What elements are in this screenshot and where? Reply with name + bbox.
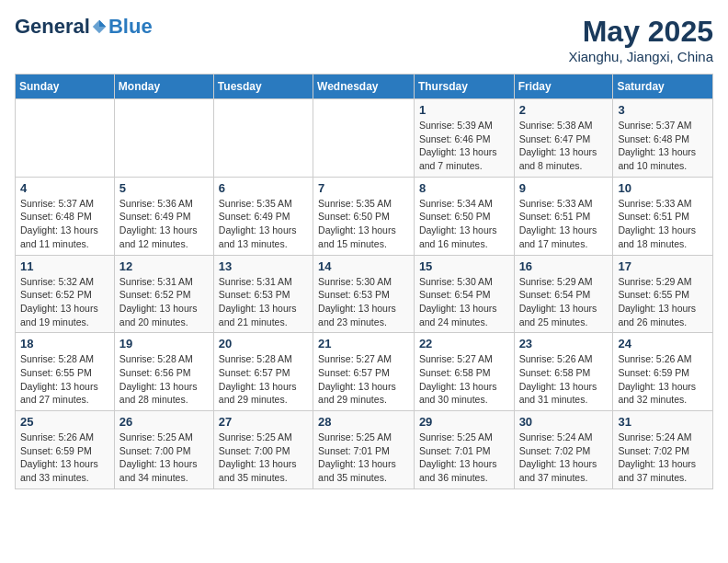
day-detail: Sunrise: 5:36 AM Sunset: 6:49 PM Dayligh…: [119, 198, 198, 249]
logo-general: General: [15, 15, 90, 39]
calendar-cell: 8Sunrise: 5:34 AM Sunset: 6:50 PM Daylig…: [414, 177, 514, 255]
calendar-cell: 31Sunrise: 5:24 AM Sunset: 7:02 PM Dayli…: [613, 411, 713, 489]
day-number: 4: [20, 181, 109, 195]
day-number: 30: [519, 415, 609, 429]
day-detail: Sunrise: 5:35 AM Sunset: 6:50 PM Dayligh…: [318, 198, 396, 249]
calendar-cell: 20Sunrise: 5:28 AM Sunset: 6:57 PM Dayli…: [213, 333, 313, 411]
day-number: 19: [119, 337, 209, 350]
day-number: 2: [519, 103, 609, 117]
day-number: 1: [419, 103, 509, 117]
day-detail: Sunrise: 5:30 AM Sunset: 6:53 PM Dayligh…: [318, 276, 396, 327]
calendar-cell: 21Sunrise: 5:27 AM Sunset: 6:57 PM Dayli…: [313, 333, 415, 411]
day-number: 23: [519, 337, 609, 350]
day-number: 18: [20, 337, 109, 350]
day-number: 3: [618, 103, 708, 117]
day-number: 15: [419, 259, 509, 273]
calendar-cell: 3Sunrise: 5:37 AM Sunset: 6:48 PM Daylig…: [613, 99, 713, 178]
calendar-week-row: 18Sunrise: 5:28 AM Sunset: 6:55 PM Dayli…: [16, 333, 713, 411]
day-detail: Sunrise: 5:37 AM Sunset: 6:48 PM Dayligh…: [618, 120, 696, 171]
day-number: 22: [419, 337, 509, 350]
day-detail: Sunrise: 5:25 AM Sunset: 7:01 PM Dayligh…: [318, 431, 396, 483]
day-detail: Sunrise: 5:28 AM Sunset: 6:57 PM Dayligh…: [219, 353, 297, 405]
day-number: 25: [20, 415, 109, 429]
calendar-cell: 24Sunrise: 5:26 AM Sunset: 6:59 PM Dayli…: [613, 333, 713, 411]
day-number: 8: [419, 181, 509, 195]
day-number: 17: [618, 259, 708, 273]
calendar-cell: 4Sunrise: 5:37 AM Sunset: 6:48 PM Daylig…: [16, 177, 115, 255]
logo-icon: [91, 18, 108, 35]
day-detail: Sunrise: 5:25 AM Sunset: 7:01 PM Dayligh…: [419, 431, 497, 483]
day-header-wednesday: Wednesday: [313, 75, 415, 99]
calendar-cell: 2Sunrise: 5:38 AM Sunset: 6:47 PM Daylig…: [514, 99, 613, 178]
day-number: 16: [519, 259, 609, 273]
calendar-cell: 7Sunrise: 5:35 AM Sunset: 6:50 PM Daylig…: [313, 177, 415, 255]
day-detail: Sunrise: 5:35 AM Sunset: 6:49 PM Dayligh…: [219, 198, 297, 249]
day-detail: Sunrise: 5:26 AM Sunset: 6:58 PM Dayligh…: [519, 353, 597, 405]
day-number: 26: [119, 415, 209, 429]
calendar-cell: 16Sunrise: 5:29 AM Sunset: 6:54 PM Dayli…: [514, 255, 613, 333]
day-number: 24: [618, 337, 708, 350]
day-detail: Sunrise: 5:27 AM Sunset: 6:57 PM Dayligh…: [318, 353, 396, 405]
day-detail: Sunrise: 5:34 AM Sunset: 6:50 PM Dayligh…: [419, 198, 497, 249]
calendar-cell: [114, 99, 213, 178]
calendar-cell: 29Sunrise: 5:25 AM Sunset: 7:01 PM Dayli…: [414, 411, 514, 489]
calendar-cell: 14Sunrise: 5:30 AM Sunset: 6:53 PM Dayli…: [313, 255, 415, 333]
day-header-saturday: Saturday: [613, 75, 713, 99]
day-detail: Sunrise: 5:30 AM Sunset: 6:54 PM Dayligh…: [419, 276, 497, 327]
calendar-week-row: 1Sunrise: 5:39 AM Sunset: 6:46 PM Daylig…: [16, 99, 713, 178]
day-detail: Sunrise: 5:25 AM Sunset: 7:00 PM Dayligh…: [219, 431, 297, 483]
calendar-cell: 26Sunrise: 5:25 AM Sunset: 7:00 PM Dayli…: [114, 411, 213, 489]
day-number: 10: [618, 181, 708, 195]
calendar-cell: 28Sunrise: 5:25 AM Sunset: 7:01 PM Dayli…: [313, 411, 415, 489]
calendar-cell: [313, 99, 415, 178]
day-number: 28: [318, 415, 409, 429]
calendar-cell: 5Sunrise: 5:36 AM Sunset: 6:49 PM Daylig…: [114, 177, 213, 255]
day-detail: Sunrise: 5:31 AM Sunset: 6:52 PM Dayligh…: [119, 276, 198, 327]
day-detail: Sunrise: 5:37 AM Sunset: 6:48 PM Dayligh…: [20, 198, 98, 249]
day-number: 31: [618, 415, 708, 429]
day-detail: Sunrise: 5:39 AM Sunset: 6:46 PM Dayligh…: [419, 120, 497, 171]
day-header-monday: Monday: [114, 75, 213, 99]
day-detail: Sunrise: 5:27 AM Sunset: 6:58 PM Dayligh…: [419, 353, 497, 405]
calendar-cell: 1Sunrise: 5:39 AM Sunset: 6:46 PM Daylig…: [414, 99, 514, 178]
calendar-cell: 17Sunrise: 5:29 AM Sunset: 6:55 PM Dayli…: [613, 255, 713, 333]
day-number: 7: [318, 181, 409, 195]
calendar-week-row: 4Sunrise: 5:37 AM Sunset: 6:48 PM Daylig…: [16, 177, 713, 255]
calendar-header-row: SundayMondayTuesdayWednesdayThursdayFrid…: [16, 75, 713, 99]
day-detail: Sunrise: 5:33 AM Sunset: 6:51 PM Dayligh…: [618, 198, 696, 249]
day-detail: Sunrise: 5:31 AM Sunset: 6:53 PM Dayligh…: [219, 276, 297, 327]
calendar-cell: 15Sunrise: 5:30 AM Sunset: 6:54 PM Dayli…: [414, 255, 514, 333]
day-detail: Sunrise: 5:24 AM Sunset: 7:02 PM Dayligh…: [519, 431, 597, 483]
calendar-cell: 11Sunrise: 5:32 AM Sunset: 6:52 PM Dayli…: [16, 255, 115, 333]
calendar-cell: 18Sunrise: 5:28 AM Sunset: 6:55 PM Dayli…: [16, 333, 115, 411]
day-detail: Sunrise: 5:29 AM Sunset: 6:54 PM Dayligh…: [519, 276, 597, 327]
day-header-tuesday: Tuesday: [213, 75, 313, 99]
day-header-sunday: Sunday: [16, 75, 115, 99]
logo: General Blue: [15, 15, 153, 39]
calendar-cell: 23Sunrise: 5:26 AM Sunset: 6:58 PM Dayli…: [514, 333, 613, 411]
day-number: 21: [318, 337, 409, 350]
day-detail: Sunrise: 5:28 AM Sunset: 6:55 PM Dayligh…: [20, 353, 98, 405]
calendar-cell: 30Sunrise: 5:24 AM Sunset: 7:02 PM Dayli…: [514, 411, 613, 489]
logo-blue: Blue: [108, 15, 153, 39]
day-number: 27: [219, 415, 308, 429]
calendar-table: SundayMondayTuesdayWednesdayThursdayFrid…: [15, 74, 713, 489]
location-subtitle: Xianghu, Jiangxi, China: [568, 49, 713, 64]
day-number: 6: [219, 181, 308, 195]
day-header-friday: Friday: [514, 75, 613, 99]
day-detail: Sunrise: 5:26 AM Sunset: 6:59 PM Dayligh…: [618, 353, 696, 405]
day-number: 13: [219, 259, 308, 273]
day-number: 20: [219, 337, 308, 350]
calendar-week-row: 11Sunrise: 5:32 AM Sunset: 6:52 PM Dayli…: [16, 255, 713, 333]
day-number: 14: [318, 259, 409, 273]
day-number: 11: [20, 259, 109, 273]
calendar-cell: 13Sunrise: 5:31 AM Sunset: 6:53 PM Dayli…: [213, 255, 313, 333]
day-detail: Sunrise: 5:38 AM Sunset: 6:47 PM Dayligh…: [519, 120, 597, 171]
calendar-cell: 9Sunrise: 5:33 AM Sunset: 6:51 PM Daylig…: [514, 177, 613, 255]
day-detail: Sunrise: 5:25 AM Sunset: 7:00 PM Dayligh…: [119, 431, 198, 483]
calendar-cell: 27Sunrise: 5:25 AM Sunset: 7:00 PM Dayli…: [213, 411, 313, 489]
day-number: 5: [119, 181, 209, 195]
day-header-thursday: Thursday: [414, 75, 514, 99]
calendar-cell: 6Sunrise: 5:35 AM Sunset: 6:49 PM Daylig…: [213, 177, 313, 255]
day-detail: Sunrise: 5:26 AM Sunset: 6:59 PM Dayligh…: [20, 431, 98, 483]
